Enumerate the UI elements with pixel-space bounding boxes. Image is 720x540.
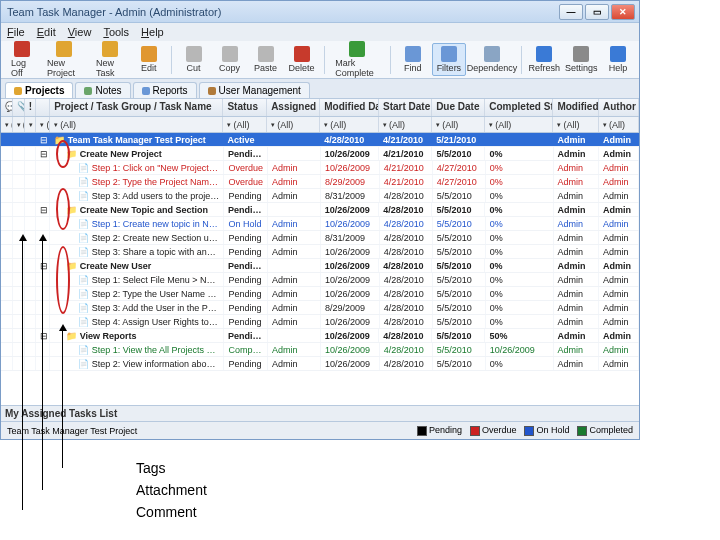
toolbar-filters-button[interactable]: Filters bbox=[432, 43, 466, 76]
tab-projects[interactable]: Projects bbox=[5, 82, 73, 98]
close-button[interactable]: ✕ bbox=[611, 4, 635, 20]
expand-toggle[interactable]: ⊟ bbox=[36, 133, 50, 146]
minimize-button[interactable]: — bbox=[559, 4, 583, 20]
table-row[interactable]: 📄 Step 2: Type the User Name and Passwor… bbox=[1, 287, 639, 301]
toolbar-markcomplete-button[interactable]: Mark Complete bbox=[329, 38, 385, 81]
filter-cell[interactable]: ▾(All) bbox=[267, 117, 320, 132]
col-expand[interactable] bbox=[36, 99, 50, 116]
expand-toggle[interactable] bbox=[36, 357, 50, 370]
assigned-tasks-bar[interactable]: My Assigned Tasks List bbox=[1, 405, 639, 421]
toolbar-paste-button[interactable]: Paste bbox=[249, 43, 283, 76]
col-author[interactable]: Author bbox=[599, 99, 639, 116]
toolbar-cut-button[interactable]: Cut bbox=[177, 43, 211, 76]
toolbar-newproject-button[interactable]: New Project bbox=[41, 38, 88, 81]
toolbar-settings-button[interactable]: Settings bbox=[564, 43, 599, 76]
table-row[interactable]: 📄 Step 3: Add the User in the Project by… bbox=[1, 301, 639, 315]
toolbar-refresh-button[interactable]: Refresh bbox=[527, 43, 562, 76]
col-completed[interactable]: Completed Status bbox=[485, 99, 553, 116]
table-row[interactable]: ⊟📁 Create New ProjectPending10/26/20094/… bbox=[1, 147, 639, 161]
col-modified[interactable]: Modified Date bbox=[320, 99, 379, 116]
toolbar-help-button[interactable]: Help bbox=[601, 43, 635, 76]
expand-toggle[interactable]: ⊟ bbox=[36, 329, 50, 342]
col-task[interactable]: Project / Task Group / Task Name bbox=[50, 99, 223, 116]
tab-notes[interactable]: Notes bbox=[75, 82, 130, 98]
menu-help[interactable]: Help bbox=[141, 26, 164, 38]
expand-toggle[interactable]: ⊟ bbox=[36, 147, 50, 160]
col-due[interactable]: Due Date bbox=[432, 99, 485, 116]
table-row[interactable]: ⊟📁 Create New Topic and SectionPending10… bbox=[1, 203, 639, 217]
table-row[interactable]: 📄 Step 2: Create new Section under the s… bbox=[1, 231, 639, 245]
tab-reports[interactable]: Reports bbox=[133, 82, 197, 98]
table-row[interactable]: 📄 Step 1: Create new topic in Note Tab.O… bbox=[1, 217, 639, 231]
toolbar-delete-button[interactable]: Delete bbox=[285, 43, 319, 76]
cell: 5/5/2010 bbox=[433, 231, 486, 244]
toolbar-copy-button[interactable]: Copy bbox=[213, 43, 247, 76]
expand-toggle[interactable]: ⊟ bbox=[36, 203, 50, 216]
filter-cell[interactable]: ▾(All) bbox=[36, 117, 50, 132]
filter-cell[interactable]: ▾(All) bbox=[432, 117, 485, 132]
table-row[interactable]: ⊟📁 View ReportsPending10/26/20094/28/201… bbox=[1, 329, 639, 343]
table-row[interactable]: ⊟📁 Team Task Manager Test ProjectActive4… bbox=[1, 133, 639, 147]
table-row[interactable]: 📄 Step 1: View the All Projects ReportCo… bbox=[1, 343, 639, 357]
filters-icon bbox=[441, 46, 457, 62]
cell: Pending bbox=[224, 245, 268, 258]
expand-toggle[interactable] bbox=[36, 287, 50, 300]
table-row[interactable]: 📄 Step 4: Assign User Rights to a partic… bbox=[1, 315, 639, 329]
toolbar-edit-button[interactable]: Edit bbox=[132, 43, 166, 76]
toolbar-newtask-button[interactable]: New Task bbox=[90, 38, 130, 81]
table-row[interactable]: 📄 Step 2: Type the Project Name and Desc… bbox=[1, 175, 639, 189]
table-row[interactable]: 📄 Step 2: View information about a parti… bbox=[1, 357, 639, 371]
expand-toggle[interactable] bbox=[36, 315, 50, 328]
expand-toggle[interactable] bbox=[36, 189, 50, 202]
legend-item: On Hold bbox=[524, 425, 569, 436]
cell: Overdue bbox=[224, 161, 268, 174]
filter-cell[interactable]: ▾(All) bbox=[50, 117, 223, 132]
col-assigned[interactable]: Assigned To bbox=[267, 99, 320, 116]
table-row[interactable]: 📄 Step 1: Select File Menu > New > UserP… bbox=[1, 273, 639, 287]
tab-usermgmt[interactable]: User Management bbox=[199, 82, 310, 98]
expand-toggle[interactable] bbox=[36, 161, 50, 174]
col-modifiedby[interactable]: Modified By bbox=[553, 99, 599, 116]
table-row[interactable]: ⊟📁 Create New UserPending10/26/20094/28/… bbox=[1, 259, 639, 273]
tab-label: Projects bbox=[25, 85, 64, 96]
col-start[interactable]: Start Date bbox=[379, 99, 432, 116]
expand-toggle[interactable] bbox=[36, 343, 50, 356]
col-tag-icon[interactable]: ! bbox=[25, 99, 37, 116]
table-row[interactable]: 📄 Step 1: Click on "New Project" from th… bbox=[1, 161, 639, 175]
filter-cell[interactable]: ▾(All) bbox=[553, 117, 599, 132]
filter-cell[interactable]: ▾(All) bbox=[485, 117, 553, 132]
cell: 4/28/2010 bbox=[379, 329, 432, 342]
menu-view[interactable]: View bbox=[68, 26, 92, 38]
expand-toggle[interactable] bbox=[36, 175, 50, 188]
table-row[interactable]: 📄 Step 3: Share a topic with another use… bbox=[1, 245, 639, 259]
toolbar-find-button[interactable]: Find bbox=[396, 43, 430, 76]
expand-toggle[interactable] bbox=[36, 245, 50, 258]
filter-cell[interactable]: ▾(All) bbox=[599, 117, 639, 132]
filter-cell[interactable]: ▾(All) bbox=[25, 117, 37, 132]
expand-toggle[interactable] bbox=[36, 301, 50, 314]
cell: Admin bbox=[554, 245, 600, 258]
maximize-button[interactable]: ▭ bbox=[585, 4, 609, 20]
grid-body[interactable]: ⊟📁 Team Task Manager Test ProjectActive4… bbox=[1, 133, 639, 407]
cell: Admin bbox=[268, 357, 321, 370]
cell: Admin bbox=[599, 259, 639, 272]
expand-toggle[interactable] bbox=[36, 217, 50, 230]
toolbar-dependency-button[interactable]: Dependency bbox=[468, 43, 516, 76]
menu-tools[interactable]: Tools bbox=[103, 26, 129, 38]
filter-cell[interactable]: ▾(All) bbox=[1, 117, 13, 132]
cell bbox=[268, 329, 321, 342]
toolbar-logoff-button[interactable]: Log Off bbox=[5, 38, 39, 81]
col-status[interactable]: Status bbox=[223, 99, 267, 116]
menu-file[interactable]: File bbox=[7, 26, 25, 38]
filter-cell[interactable]: ▾(All) bbox=[13, 117, 25, 132]
col-attachment-icon[interactable]: 📎 bbox=[13, 99, 25, 116]
col-comment-icon[interactable]: 💬 bbox=[1, 99, 13, 116]
menu-edit[interactable]: Edit bbox=[37, 26, 56, 38]
filter-cell[interactable]: ▾(All) bbox=[223, 117, 267, 132]
expand-toggle[interactable] bbox=[36, 273, 50, 286]
cell: 0% bbox=[486, 175, 554, 188]
expand-toggle[interactable]: ⊟ bbox=[36, 259, 50, 272]
table-row[interactable]: 📄 Step 3: Add users to the project from … bbox=[1, 189, 639, 203]
filter-cell[interactable]: ▾(All) bbox=[379, 117, 432, 132]
filter-cell[interactable]: ▾(All) bbox=[320, 117, 379, 132]
